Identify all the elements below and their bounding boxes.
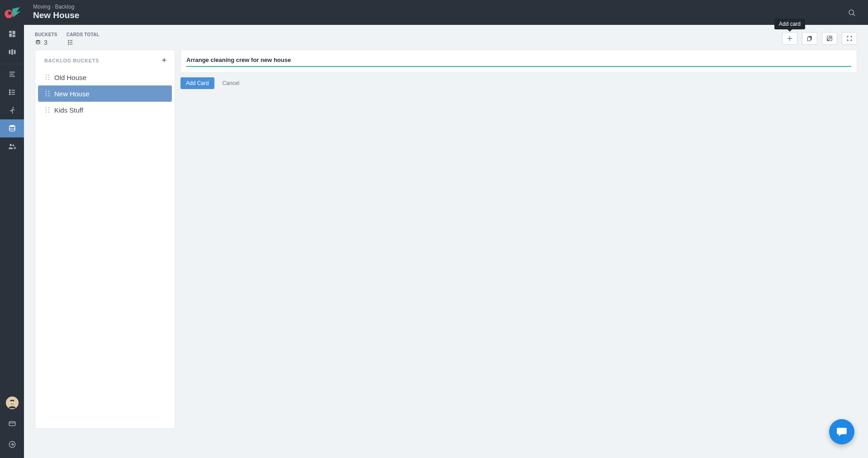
add-card-button[interactable]	[782, 32, 797, 45]
svg-point-1	[8, 11, 11, 14]
svg-point-18	[9, 94, 10, 94]
app-logo[interactable]	[0, 0, 24, 25]
svg-point-59	[46, 112, 47, 113]
bucket-section-label: BACKLOG BUCKETS	[44, 58, 99, 63]
content-area: BUCKETS 3 CARDS TOTAL	[24, 25, 868, 458]
fullscreen-icon	[846, 35, 853, 42]
exit-icon	[8, 440, 16, 449]
avatar-icon	[6, 397, 19, 409]
svg-point-24	[14, 147, 16, 149]
svg-point-51	[46, 93, 47, 94]
people-gear-icon	[8, 142, 17, 151]
chat-icon	[836, 426, 848, 438]
stats-row: BUCKETS 3 CARDS TOTAL	[24, 25, 868, 50]
stat-buckets-label: BUCKETS	[35, 32, 57, 37]
svg-rect-6	[9, 33, 12, 37]
grip-icon	[45, 74, 50, 80]
nav-billing[interactable]	[0, 415, 24, 433]
bucket-panel: BACKLOG BUCKETS Old House	[35, 50, 175, 429]
grid-icon	[8, 30, 16, 38]
plus-icon	[161, 57, 167, 63]
card-input-container	[180, 50, 857, 73]
svg-line-3	[853, 14, 854, 15]
svg-point-48	[48, 79, 50, 80]
plus-icon	[787, 35, 793, 42]
svg-point-50	[48, 91, 50, 92]
search-icon	[848, 9, 856, 17]
svg-point-22	[9, 144, 12, 146]
left-nav	[0, 25, 24, 458]
stat-cards-value	[66, 39, 100, 45]
cancel-button[interactable]: Cancel	[221, 77, 241, 89]
user-avatar[interactable]	[6, 397, 19, 409]
stat-buckets: BUCKETS 3	[35, 32, 57, 46]
nav-team[interactable]	[0, 137, 24, 156]
svg-rect-4	[9, 31, 12, 33]
svg-rect-29	[9, 422, 15, 426]
database-icon	[8, 124, 16, 132]
svg-point-53	[46, 95, 47, 97]
list-icon	[8, 88, 16, 96]
page-title: New House	[33, 10, 79, 21]
nav-lines[interactable]	[0, 65, 24, 83]
copy-button[interactable]	[802, 32, 817, 45]
edit-button[interactable]	[822, 32, 837, 45]
tooltip-add-card: Add card	[774, 19, 805, 29]
lines-icon	[8, 70, 16, 78]
nav-boards[interactable]	[0, 43, 24, 61]
chat-fab[interactable]	[829, 419, 854, 444]
svg-rect-8	[9, 50, 10, 54]
svg-point-44	[48, 75, 50, 76]
columns: BACKLOG BUCKETS Old House	[24, 50, 868, 458]
checklist-icon	[66, 39, 74, 45]
svg-point-43	[46, 75, 47, 76]
svg-point-46	[48, 77, 50, 78]
svg-point-54	[48, 95, 50, 97]
nav-backlog[interactable]	[0, 119, 24, 137]
app-header: Moving · Backlog New House	[0, 0, 868, 25]
card-title-input[interactable]	[186, 55, 851, 67]
header-titles: Moving · Backlog New House	[24, 4, 79, 21]
svg-point-45	[46, 77, 47, 78]
nav-activity[interactable]	[0, 101, 24, 119]
nav-list[interactable]	[0, 83, 24, 101]
columns-icon	[8, 48, 16, 56]
svg-point-55	[46, 107, 47, 109]
breadcrumb: Moving · Backlog	[33, 4, 79, 10]
edit-icon	[826, 35, 833, 42]
svg-point-58	[48, 109, 50, 111]
bucket-item-label: Old House	[54, 74, 86, 81]
svg-rect-10	[14, 50, 15, 54]
search-button[interactable]	[844, 5, 859, 20]
bucket-item-kids-stuff[interactable]: Kids Stuff	[38, 102, 172, 118]
toolbar: Add card	[782, 32, 857, 45]
nav-logout[interactable]	[0, 435, 24, 453]
bucket-item-old-house[interactable]: Old House	[38, 69, 172, 85]
add-bucket-button[interactable]	[161, 57, 167, 65]
logo-icon	[4, 6, 21, 19]
nav-dashboard[interactable]	[0, 25, 24, 43]
svg-rect-40	[827, 36, 832, 41]
svg-point-16	[9, 92, 10, 93]
svg-point-14	[9, 90, 10, 90]
database-icon	[35, 39, 41, 46]
svg-point-52	[48, 93, 50, 94]
add-card-submit[interactable]: Add Card	[180, 77, 214, 89]
fullscreen-button[interactable]	[842, 32, 857, 45]
svg-point-28	[13, 401, 14, 402]
bucket-item-label: Kids Stuff	[54, 106, 83, 114]
svg-rect-7	[12, 35, 15, 37]
bucket-panel-header: BACKLOG BUCKETS	[35, 50, 175, 69]
svg-rect-5	[12, 31, 15, 34]
svg-point-23	[12, 145, 14, 146]
svg-point-32	[36, 40, 40, 41]
grip-icon	[45, 90, 50, 97]
card-actions: Add Card Cancel	[180, 77, 857, 89]
svg-point-47	[46, 79, 47, 80]
card-icon	[8, 420, 16, 428]
svg-rect-9	[11, 49, 13, 55]
stat-buckets-value: 3	[35, 39, 57, 46]
bucket-item-new-house[interactable]: New House	[38, 85, 172, 102]
svg-point-60	[48, 112, 50, 113]
rail-bottom	[0, 393, 24, 458]
